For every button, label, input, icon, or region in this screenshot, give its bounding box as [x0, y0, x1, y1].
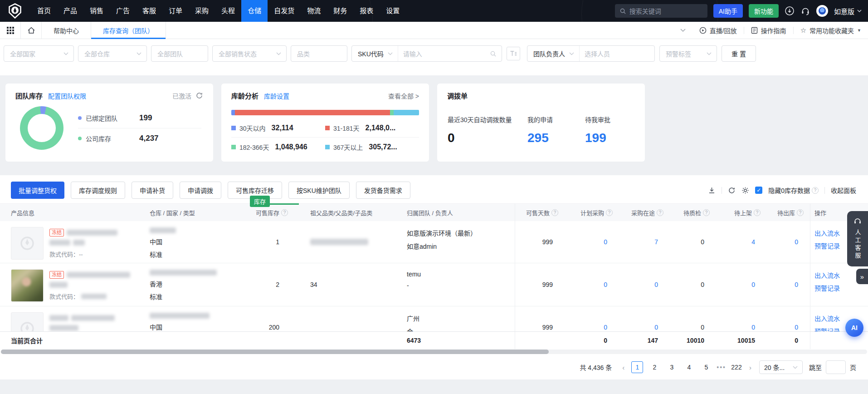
help-icon[interactable]: ? [797, 209, 804, 216]
help-icon[interactable]: ? [657, 209, 663, 216]
warning-label-select[interactable]: 预警标签 [659, 45, 717, 62]
warehouse-select[interactable]: 全部仓库 [78, 45, 147, 62]
pending-shelving-link[interactable]: 0 [751, 281, 755, 288]
nav-item-4[interactable]: 客服 [136, 0, 162, 22]
table-row[interactable]: 中国 标准 200 广州 金 999 0 0 0 0 0 出入流水 预警记录 [0, 306, 868, 331]
new-feature-button[interactable]: 新功能 [749, 4, 779, 18]
favorites-menu[interactable]: ☆ 常用功能收藏夹 ▼ [794, 26, 868, 35]
ai-assistant-button[interactable]: AI助手 [713, 4, 743, 18]
gear-icon[interactable] [741, 187, 749, 194]
planned-purchase-link[interactable]: 0 [604, 238, 607, 246]
my-applications-count[interactable]: 295 [527, 131, 585, 145]
nav-item-13[interactable]: 设置 [380, 0, 406, 22]
page-size-select[interactable]: 20 条... [759, 360, 803, 374]
nav-item-11[interactable]: 财务 [327, 0, 353, 22]
user-avatar[interactable] [816, 5, 828, 17]
nav-item-8[interactable]: 仓储 [241, 0, 268, 22]
pending-shelving-link[interactable]: 0 [751, 324, 755, 331]
app-logo-icon[interactable] [6, 2, 24, 20]
page-button-last[interactable]: 222 [731, 361, 742, 373]
team-select[interactable]: 全部团队 [151, 45, 208, 62]
leader-type-select[interactable]: 团队负责人 [527, 46, 580, 61]
nav-item-7[interactable]: 头程 [215, 0, 241, 22]
nav-item-5[interactable]: 订单 [162, 0, 189, 22]
nav-item-0[interactable]: 首页 [31, 0, 57, 22]
view-all-link[interactable]: 查看全部 > [388, 91, 419, 100]
nav-item-12[interactable]: 报表 [353, 0, 380, 22]
operation-guide-link[interactable]: 操作指南 [744, 26, 793, 35]
planned-purchase-link[interactable]: 0 [604, 281, 607, 288]
purchase-in-transit-link[interactable]: 0 [654, 324, 658, 331]
customer-service-button[interactable]: 人工客服 [847, 211, 868, 266]
planned-purchase-link[interactable]: 0 [604, 324, 607, 331]
next-page-button[interactable]: › [745, 364, 756, 371]
page-button-2[interactable]: 2 [649, 361, 660, 373]
nav-item-2[interactable]: 销售 [83, 0, 110, 22]
live-replay-link[interactable]: 直播/回放 [692, 26, 744, 35]
jump-page-input[interactable] [826, 360, 846, 374]
headset-icon[interactable] [800, 6, 810, 16]
apps-grid-icon[interactable] [0, 22, 21, 39]
ai-floating-button[interactable]: AI [845, 319, 863, 337]
help-icon[interactable]: ? [703, 209, 710, 216]
home-icon[interactable] [21, 22, 42, 39]
toolbar-button-0[interactable]: 库存调度规则 [71, 182, 125, 199]
edition-menu[interactable]: 如意版 [834, 6, 862, 16]
configure-team-permission-link[interactable]: 配置团队权限 [48, 91, 86, 100]
pending-outbound-link[interactable]: 0 [795, 238, 798, 246]
toolbar-button-4[interactable]: 按SKU维护团队 [288, 182, 350, 199]
leader-person-input[interactable]: 选择人员 [580, 49, 654, 58]
purchase-in-transit-link[interactable]: 7 [654, 238, 658, 246]
toolbar-button-1[interactable]: 申请补货 [132, 182, 173, 199]
table-row[interactable]: 冻结 款式代码： 香港 标准 2 34 temu - 999 0 0 0 0 0 [0, 263, 868, 306]
page-button-3[interactable]: 3 [666, 361, 678, 373]
nav-item-9[interactable]: 自发货 [268, 0, 301, 22]
collapse-panel-button[interactable]: 收起面板 [831, 186, 856, 195]
reset-button[interactable]: 重 置 [722, 45, 756, 62]
nav-item-1[interactable]: 产品 [57, 0, 83, 22]
download-circle-icon[interactable] [785, 6, 795, 16]
sku-search-input[interactable]: 请输入 [398, 49, 502, 58]
sidebar-collapse-button[interactable]: » [856, 269, 868, 284]
nav-item-10[interactable]: 物流 [301, 0, 327, 22]
tab-inventory-query-team[interactable]: 库存查询（团队） [91, 22, 166, 39]
toolbar-button-2[interactable]: 申请调拨 [180, 182, 221, 199]
page-button-1[interactable]: 1 [631, 361, 643, 373]
purchase-in-transit-link[interactable]: 0 [654, 281, 658, 288]
toolbar-button-5[interactable]: 发货备货需求 [356, 182, 410, 199]
sellable-days: 999 [542, 281, 553, 288]
help-icon[interactable]: ? [754, 209, 761, 216]
batch-text-input-button[interactable] [507, 47, 520, 60]
refresh-icon[interactable] [728, 187, 736, 194]
sale-status-select[interactable]: 全部销售状态 [212, 45, 287, 62]
nav-item-6[interactable]: 采购 [189, 0, 215, 22]
sku-type-select[interactable]: SKU代码 [352, 46, 398, 61]
export-download-icon[interactable] [708, 187, 716, 194]
nav-item-3[interactable]: 广告 [110, 0, 136, 22]
help-icon[interactable]: ? [812, 187, 819, 194]
hide-zero-stock-checkbox[interactable]: ✓ [755, 187, 762, 194]
prev-page-button[interactable]: ‹ [618, 364, 629, 371]
help-icon[interactable]: ? [551, 209, 558, 216]
country-select[interactable]: 全部国家 [4, 45, 74, 62]
tab-help-center[interactable]: 帮助中心 [42, 22, 91, 39]
table-row[interactable]: 冻结 款式代码：-- 中国 标准 1 如意版演示环境（最新） 如意admin 9… [0, 221, 868, 263]
collapse-chevron-icon[interactable] [673, 29, 692, 32]
stock-age-settings-link[interactable]: 库龄设置 [264, 91, 289, 100]
batch-adjust-ownership-button[interactable]: 批量调整货权 [11, 182, 64, 199]
help-icon[interactable]: ? [606, 209, 613, 216]
help-icon[interactable]: ? [281, 209, 288, 216]
page-button-5[interactable]: 5 [700, 361, 712, 373]
redacted-text [67, 272, 130, 278]
pending-outbound-link[interactable]: 0 [795, 281, 798, 288]
legend-square [325, 145, 330, 149]
category-select[interactable]: 品类 [291, 45, 347, 62]
page-button-4[interactable]: 4 [683, 361, 695, 373]
pending-approval-count[interactable]: 199 [585, 131, 610, 145]
warning-record-link[interactable]: 预警记录 [814, 283, 868, 292]
pending-outbound-link[interactable]: 0 [795, 324, 798, 331]
pending-shelving-link[interactable]: 4 [751, 238, 755, 246]
scrollbar-thumb[interactable] [1, 350, 549, 354]
global-search-input[interactable]: 搜索关键词 [615, 4, 707, 18]
refresh-icon[interactable] [195, 92, 203, 99]
